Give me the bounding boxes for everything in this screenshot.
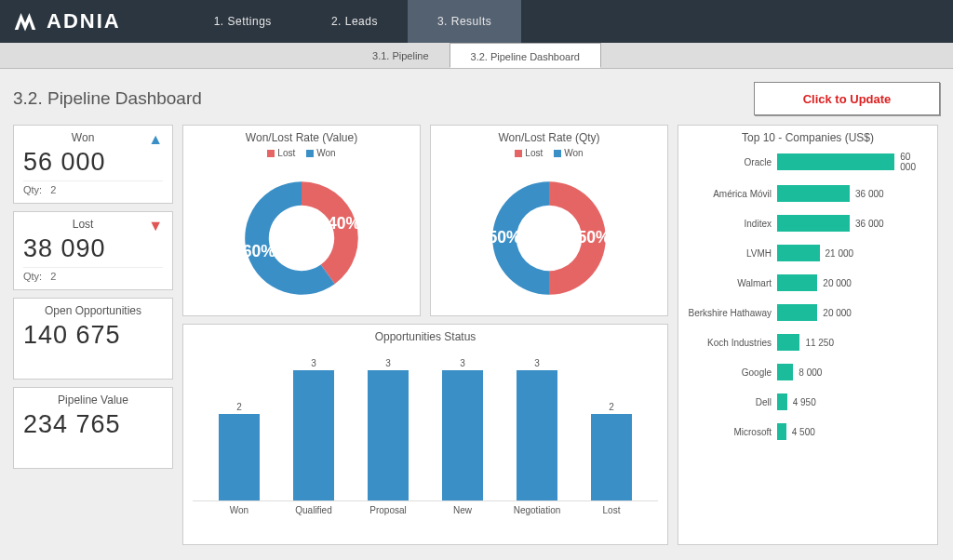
top10-bar-value: 21 000 (825, 248, 854, 259)
top10-company-name: Oracle (688, 157, 777, 167)
status-bar (517, 370, 557, 500)
donut-value-card: Won/Lost Rate (Value) Lost Won 40%60% (182, 125, 421, 316)
arrow-down-icon: ▼ (148, 218, 163, 234)
top10-bar-value: 11 250 (805, 338, 834, 348)
top10-bar-value: 36 000 (855, 219, 884, 229)
kpi-open-title: Open Opportunities (23, 304, 163, 317)
kpi-won-title: Won (23, 131, 142, 144)
page-title: 3.2. Pipeline Dashboard (13, 88, 202, 109)
legend-won: Won (564, 148, 583, 158)
brand-logo: ADNIA (11, 7, 121, 35)
donut-value-title: Won/Lost Rate (Value) (193, 131, 410, 144)
status-bar-col: 3 (435, 358, 490, 500)
top10-row: Koch Industries11 250 (688, 334, 928, 351)
top10-bar (777, 245, 820, 261)
status-bar-col: 3 (286, 358, 342, 500)
subtab-pipeline-dashboard[interactable]: 3.2. Pipeline Dashboard (450, 43, 601, 68)
donut-qty-title: Won/Lost Rate (Qty) (440, 131, 658, 144)
top10-bar (777, 274, 817, 291)
status-bar-value: 2 (609, 402, 614, 412)
status-bar-value: 3 (311, 358, 316, 368)
top10-bar-value: 8 000 (799, 367, 822, 378)
kpi-lost-title: Lost (23, 218, 142, 231)
top10-bar (777, 364, 793, 380)
status-bar-col: 3 (509, 358, 565, 500)
top10-bar (777, 393, 787, 410)
donut-slice-label: 50% (488, 228, 521, 247)
top10-title: Top 10 - Companies (US$) (688, 131, 928, 144)
donut-qty-card: Won/Lost Rate (Qty) Lost Won 50%50% (430, 125, 668, 316)
status-bar-col: 2 (211, 402, 267, 500)
top10-company-name: LVMH (688, 248, 777, 259)
tab-leads[interactable]: 2. Leads (302, 0, 408, 43)
status-bar-value: 3 (385, 358, 391, 368)
top10-row: LVMH21 000 (688, 245, 928, 261)
top10-company-name: Walmart (688, 278, 777, 288)
kpi-won-sublabel: Qty: (23, 184, 42, 195)
top10-company-name: Dell (688, 397, 777, 407)
status-bar-col: 3 (360, 358, 416, 500)
status-bar-label: Won (211, 505, 267, 515)
donuts-row: Won/Lost Rate (Value) Lost Won 40%60% Wo… (182, 125, 668, 316)
donut-slice (302, 181, 358, 284)
brand-text: ADNIA (47, 9, 121, 33)
brand-icon (11, 7, 39, 35)
sub-tabs: 3.1. Pipeline 3.2. Pipeline Dashboard (0, 43, 953, 69)
top10-bar (777, 423, 786, 440)
status-bar-label: Negotiation (509, 505, 565, 515)
donut-qty-chart: 50%50% (475, 164, 624, 313)
top10-company-name: Koch Industries (688, 338, 777, 348)
kpi-pipeline-title: Pipeline Value (23, 393, 163, 407)
top10-column: Top 10 - Companies (US$) Oracle60 000Amé… (678, 125, 938, 545)
top10-bar (777, 153, 894, 170)
top10-bar-value: 20 000 (823, 278, 852, 288)
top10-row: América Móvil36 000 (688, 185, 928, 202)
kpi-lost-subvalue: 2 (50, 271, 56, 282)
donut-slice-label: 60% (243, 242, 276, 260)
top10-bar (777, 215, 850, 232)
kpi-won-value: 56 000 (23, 148, 163, 177)
status-bar (442, 370, 483, 500)
tab-settings[interactable]: 1. Settings (184, 0, 302, 43)
status-chart-title: Opportunities Status (193, 330, 658, 343)
donut-slice-label: 40% (328, 214, 361, 233)
subtab-pipeline[interactable]: 3.1. Pipeline (352, 43, 450, 68)
donut-value-chart: 40%60% (227, 164, 376, 313)
legend-lost: Lost (525, 148, 543, 158)
top10-company-name: América Móvil (688, 189, 777, 199)
status-bar-value: 3 (460, 358, 465, 368)
donut-value-legend: Lost Won (193, 148, 410, 158)
status-bar (591, 414, 632, 500)
status-bar-col: 2 (584, 402, 639, 500)
top10-bar (777, 334, 799, 351)
status-chart-card: Opportunities Status 233332 WonQualified… (182, 324, 668, 545)
top10-bar-value: 4 500 (792, 427, 815, 437)
update-button[interactable]: Click to Update (754, 82, 940, 115)
status-bar-label: New (435, 505, 490, 515)
kpi-pipeline: Pipeline Value 234 765 (13, 387, 173, 469)
page-header: 3.2. Pipeline Dashboard Click to Update (13, 82, 940, 115)
status-bar-label: Proposal (360, 505, 416, 515)
topbar: ADNIA 1. Settings 2. Leads 3. Results (0, 0, 953, 43)
status-chart: 233332 (193, 353, 658, 501)
status-bar-value: 2 (236, 402, 242, 412)
top10-row: Walmart20 000 (688, 274, 928, 291)
top10-card: Top 10 - Companies (US$) Oracle60 000Amé… (678, 125, 938, 545)
kpi-lost: Lost ▼ 38 090 Qty: 2 (13, 211, 173, 290)
donut-slice-label: 50% (577, 228, 611, 247)
top10-company-name: Microsoft (688, 427, 777, 437)
main-tabs: 1. Settings 2. Leads 3. Results (184, 0, 522, 43)
top10-chart: Oracle60 000América Móvil36 000Inditex36… (688, 152, 928, 440)
top10-company-name: Berkshire Hathaway (688, 308, 777, 318)
tab-results[interactable]: 3. Results (408, 0, 521, 43)
top10-company-name: Inditex (688, 219, 777, 229)
kpi-open: Open Opportunities 140 675 (13, 298, 173, 380)
top10-bar-value: 36 000 (855, 189, 884, 199)
kpi-pipeline-value: 234 765 (23, 410, 163, 439)
legend-won: Won (316, 148, 335, 158)
top10-row: Inditex36 000 (688, 215, 928, 232)
top10-row: Berkshire Hathaway20 000 (688, 304, 928, 321)
top10-row: Google8 000 (688, 364, 928, 380)
status-bar-value: 3 (534, 358, 540, 368)
arrow-up-icon: ▲ (148, 131, 163, 148)
